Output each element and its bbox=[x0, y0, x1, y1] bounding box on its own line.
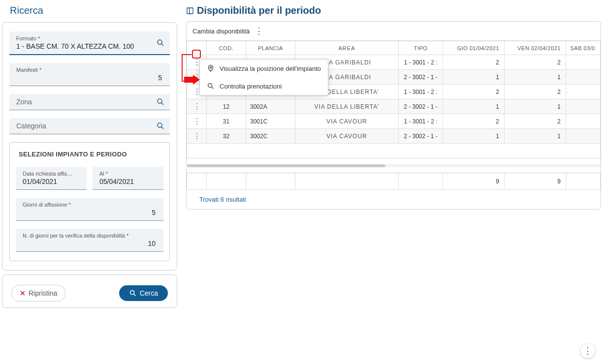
ngiorni-label: N. di giorni per la verifica della dispo… bbox=[23, 233, 159, 239]
col-day3[interactable]: SAB 03/0 bbox=[566, 41, 601, 55]
search-label: Cerca bbox=[140, 289, 158, 297]
grid-header-row: COD. PLANCIA AREA TIPO GIO 01/04/2021 VE… bbox=[187, 41, 601, 55]
al-label: Al * bbox=[99, 171, 159, 177]
svg-line-5 bbox=[161, 127, 163, 129]
grid-toolbar: Cambia disponibilità ⋮ bbox=[187, 22, 601, 41]
menu-check-reservations[interactable]: Controlla prenotazioni bbox=[200, 77, 328, 95]
cell-tipo: 2 - 3002 - 1 - bbox=[399, 99, 443, 114]
cell-d1: 2 bbox=[443, 55, 505, 70]
reset-label: Ripristina bbox=[29, 289, 57, 297]
result-count: Trovati 6 risultati bbox=[187, 190, 601, 209]
cell-d3 bbox=[566, 85, 601, 99]
cell-cod: 12 bbox=[207, 99, 246, 114]
cell-area: VIA CAVOUR bbox=[295, 129, 399, 144]
cell-d2: 2 bbox=[505, 85, 566, 99]
close-icon: ✕ bbox=[20, 289, 26, 297]
cell-tipo: 2 - 3002 - 1 - bbox=[399, 129, 443, 144]
menu-view-position[interactable]: Visualizza la posizione dell'impianto bbox=[200, 60, 328, 77]
cell-area: VIA DELLA LIBERTA' bbox=[295, 99, 399, 114]
col-day2[interactable]: VEN 02/04/2021 bbox=[505, 41, 566, 55]
search-icon[interactable] bbox=[156, 38, 165, 47]
manifesti-field[interactable]: Manifesti * 5 bbox=[9, 63, 170, 86]
giorni-field[interactable]: Giorni di affissione * 5 bbox=[16, 198, 163, 221]
search-icon bbox=[207, 82, 215, 90]
table-row[interactable]: ⋮123002AVIA DELLA LIBERTA'2 - 3002 - 1 -… bbox=[187, 99, 601, 114]
total-d1: 9 bbox=[443, 173, 505, 190]
data-richiesta-value: 01/04/2021 bbox=[23, 178, 82, 186]
cell-d2: 2 bbox=[505, 55, 566, 70]
cell-d2: 1 bbox=[505, 70, 566, 85]
col-plancia[interactable]: PLANCIA bbox=[246, 41, 295, 55]
grid-wrapper: Cambia disponibilità ⋮ COD. PLANCIA bbox=[186, 21, 601, 210]
menu-view-position-label: Visualizza la posizione dell'impianto bbox=[220, 65, 321, 72]
ngiorni-field[interactable]: N. di giorni per la verifica della dispo… bbox=[16, 229, 163, 252]
toolbar-kebab-icon[interactable]: ⋮ bbox=[254, 27, 263, 35]
search-card: Formato * 1 - BASE CM. 70 X ALTEZZA CM. … bbox=[2, 22, 177, 271]
al-field[interactable]: Al * 05/04/2021 bbox=[93, 167, 163, 190]
cell-d1: 2 bbox=[443, 114, 505, 129]
formato-field[interactable]: Formato * 1 - BASE CM. 70 X ALTEZZA CM. … bbox=[9, 31, 170, 55]
cell-d3 bbox=[566, 70, 601, 85]
cell-area: VIA CAVOUR bbox=[295, 114, 399, 129]
fab-more-icon[interactable]: ⋮ bbox=[580, 343, 595, 358]
cell-tipo: 1 - 3001 - 2 : bbox=[399, 85, 443, 99]
table-row[interactable]: ⋮323002CVIA CAVOUR2 - 3002 - 1 -11 bbox=[187, 129, 601, 144]
col-tipo[interactable]: TIPO bbox=[399, 41, 443, 55]
svg-line-12 bbox=[212, 87, 213, 89]
col-cod[interactable]: COD. bbox=[207, 41, 246, 55]
cell-tipo: 1 - 3001 - 2 : bbox=[399, 55, 443, 70]
al-value: 05/04/2021 bbox=[99, 178, 159, 186]
search-panel-title: Ricerca bbox=[10, 5, 177, 16]
map-pin-icon bbox=[207, 64, 215, 72]
cell-d3 bbox=[566, 114, 601, 129]
cell-d1: 1 bbox=[443, 70, 505, 85]
data-richiesta-label: Data richiesta affis… bbox=[23, 171, 82, 177]
ngiorni-value: 10 bbox=[23, 240, 159, 248]
cell-d1: 1 bbox=[443, 129, 505, 144]
cell-cod: 32 bbox=[207, 129, 246, 144]
cell-d2: 1 bbox=[505, 129, 566, 144]
categoria-field[interactable]: Categoria bbox=[9, 118, 170, 134]
svg-line-7 bbox=[134, 294, 135, 296]
col-day1[interactable]: GIO 01/04/2021 bbox=[443, 41, 505, 55]
search-icon bbox=[129, 289, 137, 297]
cell-d3 bbox=[566, 129, 601, 144]
cell-d1: 2 bbox=[443, 85, 505, 99]
svg-line-3 bbox=[161, 103, 163, 105]
cell-d2: 1 bbox=[505, 99, 566, 114]
svg-line-1 bbox=[161, 44, 163, 46]
search-icon[interactable] bbox=[156, 121, 165, 130]
menu-check-reservations-label: Controlla prenotazioni bbox=[220, 83, 282, 90]
grid-footer-row: 9 9 bbox=[187, 173, 601, 190]
svg-rect-8 bbox=[187, 8, 193, 14]
period-subcard: SELEZIONI IMPIANTO E PERIODO Data richie… bbox=[9, 142, 170, 261]
layout-icon bbox=[186, 6, 194, 15]
data-richiesta-field[interactable]: Data richiesta affis… 01/04/2021 bbox=[16, 167, 87, 190]
formato-label: Formato * bbox=[16, 35, 165, 41]
row-kebab-icon[interactable]: ⋮ bbox=[193, 117, 201, 125]
reset-button[interactable]: ✕ Ripristina bbox=[11, 285, 65, 302]
row-kebab-icon[interactable]: ⋮ bbox=[193, 132, 201, 140]
search-button[interactable]: Cerca bbox=[119, 285, 168, 301]
cell-plancia: 3001C bbox=[246, 114, 295, 129]
manifesti-label: Manifesti * bbox=[16, 67, 165, 73]
cell-tipo: 2 - 3002 - 1 - bbox=[399, 70, 443, 85]
svg-point-2 bbox=[158, 99, 162, 103]
change-availability-button[interactable]: Cambia disponibilità bbox=[192, 28, 250, 35]
search-icon[interactable] bbox=[156, 97, 165, 106]
table-row[interactable]: ⋮313001CVIA CAVOUR1 - 3001 - 2 :22 bbox=[187, 114, 601, 129]
giorni-value: 5 bbox=[23, 209, 159, 217]
col-area[interactable]: AREA bbox=[295, 41, 399, 55]
svg-point-0 bbox=[158, 40, 162, 44]
zona-field[interactable]: Zona bbox=[9, 94, 170, 110]
svg-point-6 bbox=[130, 291, 134, 295]
row-kebab-icon[interactable]: ⋮ bbox=[193, 102, 201, 111]
svg-point-11 bbox=[208, 84, 212, 88]
cell-d2: 2 bbox=[505, 114, 566, 129]
cell-d3 bbox=[566, 55, 601, 70]
svg-point-10 bbox=[210, 66, 211, 68]
svg-point-4 bbox=[158, 123, 162, 127]
zona-label: Zona bbox=[16, 98, 165, 106]
availability-title: Disponibilità per il periodo bbox=[197, 5, 321, 16]
horizontal-scrollbar[interactable] bbox=[187, 164, 601, 167]
